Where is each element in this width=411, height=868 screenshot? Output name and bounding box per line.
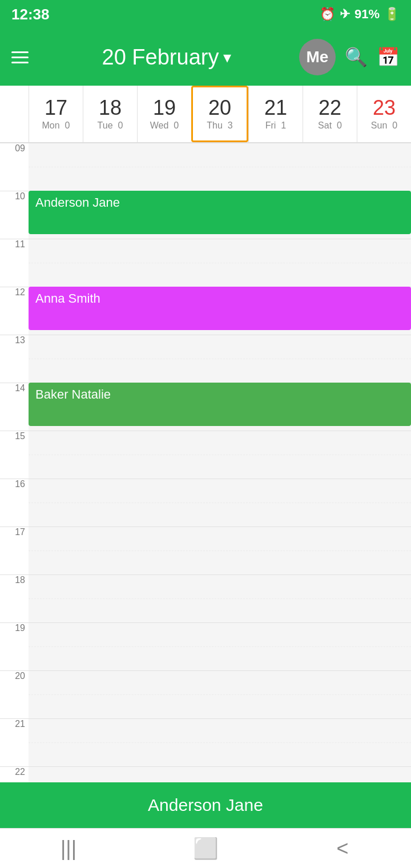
recent-apps-button[interactable]: ||| [46,831,91,866]
day-name: Sat 0 [318,120,342,131]
grid-line-half-16 [29,503,411,503]
grid-line-half-15 [29,455,411,455]
grid-line-half-19 [29,646,411,647]
calendar-icon[interactable]: 📅 [377,46,400,68]
day-col-wed[interactable]: 19 Wed 0 [137,86,191,142]
time-label-17: 17 [0,527,29,574]
day-number: 23 [373,98,396,118]
grid-line-hour-22 [29,766,411,767]
day-name: Tue 0 [98,120,123,131]
event-anna[interactable]: Anna Smith [29,287,411,330]
days-row: 17 Mon 0 18 Tue 0 19 Wed 0 20 Thu 3 21 F… [29,86,411,142]
day-number: 18 [99,98,122,118]
grid-line-hour-15 [29,431,411,431]
dropdown-arrow-icon: ▾ [223,48,231,67]
battery-icon: 🔋 [384,7,400,22]
time-label-21: 21 [0,718,29,766]
grid-line-hour-17 [29,527,411,527]
day-col-thu[interactable]: 20 Thu 3 [191,86,248,142]
user-avatar[interactable]: Me [299,39,336,75]
calendar-body[interactable]: 0910111213141516171819202122 Anderson Ja… [0,143,411,782]
week-header: 17 Mon 0 18 Tue 0 19 Wed 0 20 Thu 3 21 F… [0,86,411,143]
status-bar: 12:38 ⏰ ✈ 91% 🔋 [0,0,411,29]
search-icon[interactable]: 🔍 [345,46,368,68]
time-label-13: 13 [0,335,29,383]
grid-line-hour-19 [29,622,411,623]
month-title-text: 20 February [102,45,219,70]
grid-line-hour-11 [29,239,411,239]
alarm-icon: ⏰ [320,7,335,22]
day-col-fri[interactable]: 21 Fri 1 [248,86,303,142]
nav-bar: ||| ⬜ < [0,828,411,868]
event-baker[interactable]: Baker Natalie [29,383,411,426]
event-anderson[interactable]: Anderson Jane [29,191,411,234]
day-number: 20 [208,98,231,118]
grid-line-hour-20 [29,670,411,671]
status-time: 12:38 [11,6,50,23]
day-name: Wed 0 [150,120,179,131]
grid-line-half-09 [29,167,411,167]
day-name: Fri 1 [265,120,286,131]
grid-line-hour-18 [29,574,411,575]
time-label-18: 18 [0,574,29,622]
grid-line-half-11 [29,263,411,263]
time-label-16: 16 [0,479,29,527]
grid-canvas: Anderson JaneAnna SmithBaker Natalie [29,143,411,782]
avatar-initials: Me [307,48,329,66]
back-icon: < [336,837,348,861]
status-icons: ⏰ ✈ 91% 🔋 [320,7,400,22]
month-title[interactable]: 20 February ▾ [43,45,290,70]
day-col-tue[interactable]: 18 Tue 0 [83,86,137,142]
grid-line-half-17 [29,550,411,551]
day-number: 22 [319,98,341,118]
grid-line-half-20 [29,694,411,695]
time-label-11: 11 [0,239,29,287]
hamburger-line [11,62,29,63]
time-column: 0910111213141516171819202122 [0,143,29,782]
time-label-12: 12 [0,287,29,335]
day-name: Sun 0 [371,120,397,131]
grid-line-hour-21 [29,718,411,719]
recent-apps-icon: ||| [61,837,76,861]
time-label-15: 15 [0,431,29,479]
grid-line-hour-16 [29,479,411,479]
day-number: 19 [153,98,176,118]
hamburger-menu[interactable] [11,51,34,63]
time-label-22: 22 [0,766,29,782]
day-col-sat[interactable]: 22 Sat 0 [303,86,357,142]
time-col-header [0,86,29,142]
bottom-event-label: Anderson Jane [148,795,263,815]
time-label-20: 20 [0,670,29,718]
grid-area[interactable]: Anderson JaneAnna SmithBaker Natalie [29,143,411,782]
time-label-19: 19 [0,622,29,670]
grid-line-half-21 [29,742,411,743]
time-label-09: 09 [0,143,29,191]
home-icon: ⬜ [193,837,219,861]
airplane-icon: ✈ [340,7,350,22]
day-name: Thu 3 [207,120,232,131]
day-col-sun[interactable]: 23 Sun 0 [357,86,411,142]
day-number: 17 [45,98,67,118]
hamburger-line [11,51,29,53]
toolbar: 20 February ▾ Me 🔍 📅 [0,29,411,86]
home-button[interactable]: ⬜ [183,831,228,866]
hamburger-line [11,57,29,58]
back-button[interactable]: < [320,831,365,866]
bottom-event-bar[interactable]: Anderson Jane [0,782,411,828]
day-col-mon[interactable]: 17 Mon 0 [29,86,83,142]
day-number: 21 [264,98,287,118]
grid-line-half-13 [29,359,411,359]
grid-line-hour-09 [29,143,411,143]
time-label-14: 14 [0,383,29,431]
time-label-10: 10 [0,191,29,239]
grid-line-half-18 [29,598,411,599]
day-name: Mon 0 [42,120,70,131]
battery-text: 91% [354,7,380,22]
grid-line-hour-13 [29,335,411,335]
